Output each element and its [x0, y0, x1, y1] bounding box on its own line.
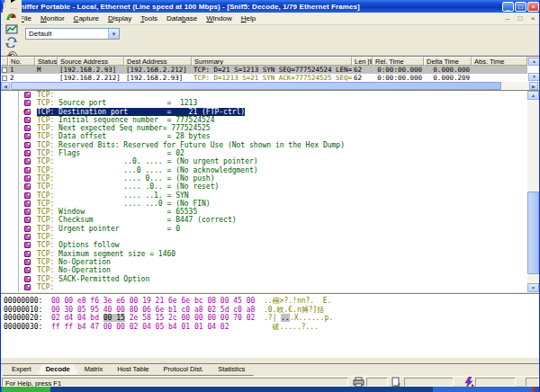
decode-line[interactable]: TCP: Flags = 02	[1, 149, 540, 157]
mdi-close-button[interactable]: ×	[528, 14, 537, 22]
protocol-prefix: TCP:	[37, 225, 54, 233]
status-panel-4	[526, 378, 539, 387]
decode-line[interactable]: TCP: Urgent pointer = 0	[1, 225, 540, 233]
column-header-dest-address[interactable]: Dest Address	[124, 57, 192, 66]
decode-line[interactable]: TCP: .... ..1. = SYN	[1, 192, 540, 200]
field-text: ...0 .... = (No acknowledgment)	[54, 166, 257, 174]
decode-line[interactable]: TCP: Window = 65535	[1, 208, 540, 216]
menu-item-monitor[interactable]: Monitor	[36, 13, 69, 24]
frame-list-header: No.StatusSource AddressDest AddressSumma…	[1, 57, 540, 66]
decode-line[interactable]: TCP: No-Operation	[1, 266, 540, 274]
decode-line[interactable]: TCP: .... 0... = (No push)	[1, 174, 540, 183]
column-header-delta-time[interactable]: Delta Time	[424, 57, 472, 66]
decode-line[interactable]: TCP: Source port = 1213	[1, 99, 540, 107]
mdi-minimize-button[interactable]: –	[503, 14, 512, 22]
decode-line[interactable]: ✓TCP: Destination port = 21 (FTP-ctrl)	[1, 108, 540, 116]
tab-expert[interactable]: Expert	[3, 364, 40, 376]
field-text: .... ..1. = SYN	[54, 192, 188, 200]
field-text: Initial sequence number = 777524524	[54, 116, 214, 124]
decode-line[interactable]: TCP: Maximum segment size = 1460	[1, 250, 540, 258]
decode-line[interactable]: TCP: ..0. .... = (No urgent pointer)	[1, 157, 540, 165]
column-header-select[interactable]	[1, 57, 8, 66]
decode-line[interactable]: TCP: Next expected Seq number= 777524525	[1, 124, 540, 132]
frame-checkbox[interactable]	[2, 76, 7, 81]
frame-checkbox[interactable]	[2, 67, 7, 73]
menu-item-database[interactable]: Database	[162, 13, 202, 24]
tab-protocol-dist-[interactable]: Protocol Dist.	[155, 364, 213, 376]
frame-scroll-left-button[interactable]: ◀	[1, 82, 10, 90]
protocol-prefix: TCP:	[37, 283, 54, 291]
protocol-field-icon	[24, 192, 31, 199]
mdi-restore-button[interactable]: □	[516, 14, 525, 22]
decode-line[interactable]: TCP: Data offset = 28 bytes	[1, 132, 540, 140]
field-text: Source port = 1213	[54, 99, 197, 107]
decode-line[interactable]: TCP:	[1, 233, 540, 241]
gauge-red-tick	[532, 387, 535, 392]
minimize-button[interactable]: _	[502, 2, 514, 12]
hex-line[interactable]: 00000000: 00 00 e8 f6 3e e6 00 19 21 6e …	[4, 297, 540, 306]
decode-text: TCP: ...0 .... = (No acknowledgment)	[37, 166, 258, 174]
restore-button[interactable]: □	[515, 2, 526, 12]
decode-scroll-down-button[interactable]: ▼	[527, 283, 539, 292]
protocol-prefix: TCP:	[37, 266, 54, 274]
frame-hscroll-thumb[interactable]	[11, 82, 501, 90]
protocol-prefix: TCP:	[37, 99, 54, 107]
table-row[interactable]: 1M[192.168.2.93][192.168.2.212]TCP: D=21…	[1, 66, 527, 74]
tab-decode[interactable]: Decode	[37, 364, 79, 376]
protocol-prefix: TCP:	[37, 200, 54, 208]
field-text: Window = 65535	[54, 208, 197, 216]
table-row[interactable]: 2[192.168.2.212][192.168.2.93]TCP: D=121…	[1, 74, 527, 82]
column-header-rel-time[interactable]: Rel. Time	[373, 57, 424, 66]
menu-item-capture[interactable]: Capture	[69, 13, 104, 24]
hex-line[interactable]: 00000020: 02 d4 04 bd 00 15 2e 58 15 2c …	[4, 314, 540, 323]
status-bar: For Help, press F1	[1, 376, 540, 387]
menu-item-window[interactable]: Window	[202, 13, 236, 24]
decode-line[interactable]: TCP: .... .0.. = (No reset)	[1, 183, 540, 191]
cell-1: 2	[8, 74, 35, 82]
protocol-field-icon	[24, 209, 31, 215]
hex-offset: 00000010:	[4, 306, 51, 314]
decode-text: TCP: .... ..1. = SYN	[37, 192, 189, 200]
frame-scroll-up-button[interactable]: ▲	[528, 58, 540, 66]
column-header-abs-time[interactable]: Abs. Time	[472, 57, 527, 66]
decode-line[interactable]: TCP: No-Operation	[1, 258, 540, 266]
frame-scroll-down-button[interactable]: ▼	[528, 73, 540, 81]
decode-scroll-up-button[interactable]: ▲	[527, 91, 539, 100]
decode-text: TCP: Options follow	[37, 241, 120, 249]
hex-line[interactable]: 00000010: 00 30 05 95 40 00 80 06 6e b1 …	[4, 306, 540, 315]
protocol-field-icon	[24, 117, 31, 123]
decode-line[interactable]: TCP: SACK-Permitted Option	[1, 275, 540, 283]
decode-line[interactable]: TCP:	[1, 91, 540, 99]
frame-scroll-right-button[interactable]: ▶	[529, 82, 538, 90]
decode-line[interactable]: TCP: Initial sequence number = 777524524	[1, 116, 540, 124]
column-header-summary[interactable]: Summary	[192, 57, 352, 66]
decode-line[interactable]: TCP: .... ...0 = (No FIN)	[1, 200, 540, 208]
decode-line[interactable]: TCP:	[1, 283, 540, 291]
close-button[interactable]: ×	[527, 2, 539, 12]
decode-line[interactable]: TCP: ...0 .... = (No acknowledgment)	[1, 166, 540, 174]
field-text: Flags = 02	[54, 149, 184, 157]
protocol-prefix: TCP:	[37, 141, 54, 149]
field-text: No-Operation	[54, 258, 111, 266]
column-header-len-b[interactable]: Len [B	[352, 57, 373, 66]
decode-line[interactable]: TCP: Reserved Bits: Reserved for Future …	[1, 141, 540, 149]
profile-combobox[interactable]: Default ▼	[25, 28, 120, 40]
cell-2: M	[35, 66, 58, 74]
column-header-status[interactable]: Status	[35, 57, 58, 66]
tab-matrix[interactable]: Matrix	[76, 364, 112, 376]
menu-item-tools[interactable]: Tools	[136, 13, 162, 24]
column-header-source-address[interactable]: Source Address	[58, 57, 124, 66]
protocol-prefix: TCP:	[37, 216, 54, 224]
tab-statistics[interactable]: Statistics	[209, 364, 254, 376]
menu-item-display[interactable]: Display	[104, 13, 136, 24]
chevron-down-icon[interactable]: ▼	[108, 29, 119, 39]
decode-vscroll-thumb[interactable]	[527, 192, 539, 274]
gauge-light-segment	[433, 387, 532, 392]
column-header-no-[interactable]: No.	[8, 57, 35, 66]
tab-host-table[interactable]: Host Table	[108, 364, 158, 376]
protocol-prefix: TCP:	[37, 166, 54, 174]
hex-line[interactable]: 00000030: ff ff b4 47 00 00 02 04 05 b4 …	[4, 323, 540, 332]
menu-item-help[interactable]: Help	[237, 13, 260, 24]
decode-line[interactable]: TCP: Options follow	[1, 241, 540, 249]
decode-line[interactable]: TCP: Checksum = B447 (correct)	[1, 216, 540, 224]
